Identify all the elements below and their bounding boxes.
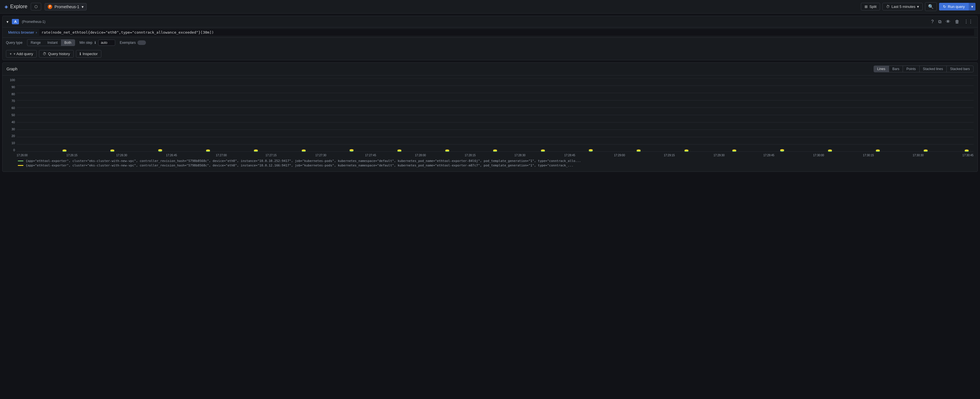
datasource-icon: P bbox=[48, 5, 52, 9]
view-stacked-bars-button[interactable]: Stacked bars bbox=[947, 66, 973, 72]
y-100: 100 bbox=[6, 78, 15, 81]
x-label-12: 17:29:00 bbox=[614, 154, 625, 157]
svg-point-43 bbox=[636, 150, 641, 151]
clock-icon: ⏱ bbox=[886, 5, 890, 9]
x-label-8: 17:28:00 bbox=[415, 154, 426, 157]
min-step-group: Min step ℹ bbox=[80, 40, 115, 46]
view-stacked-lines-button[interactable]: Stacked lines bbox=[920, 66, 947, 72]
y-30: 30 bbox=[6, 128, 15, 131]
refresh-icon: ↻ bbox=[943, 5, 946, 9]
graph-header: Graph Lines Bars Points Stacked lines St… bbox=[3, 63, 977, 75]
top-nav: ◈ Explore ⬡ P Prometheus-1 ▾ ⊞ Split ⏱ L… bbox=[0, 0, 980, 14]
x-label-6: 17:27:30 bbox=[315, 154, 326, 157]
x-label-19: 17:30:45 bbox=[963, 154, 974, 157]
svg-point-44 bbox=[684, 150, 689, 151]
x-label-14: 17:29:30 bbox=[714, 154, 725, 157]
query-header: ▾ A (Prometheus-1) ? ⧉ 👁 🗑 ⋮⋮ bbox=[3, 16, 977, 27]
legend-area: {app="ethtool-exporter", cluster="eks-cl… bbox=[3, 157, 977, 172]
metrics-row: Metrics browser › bbox=[3, 27, 977, 38]
x-label-2: 17:26:30 bbox=[116, 154, 127, 157]
view-lines-button[interactable]: Lines bbox=[874, 66, 889, 72]
share-icon: ⬡ bbox=[35, 5, 38, 9]
chart-inner: 17:26:00 17:26:15 17:26:30 17:26:45 17:2… bbox=[17, 78, 974, 157]
collapse-button[interactable]: ▾ bbox=[6, 19, 9, 25]
add-query-label: + Add query bbox=[14, 52, 33, 56]
run-query-dropdown-button[interactable]: ▾ bbox=[969, 3, 975, 10]
query-visibility-icon[interactable]: 👁 bbox=[945, 19, 951, 25]
metrics-browser-label: Metrics browser bbox=[8, 30, 34, 35]
x-label-0: 17:26:00 bbox=[17, 154, 28, 157]
svg-point-41 bbox=[541, 150, 545, 151]
query-header-left: ▾ A (Prometheus-1) bbox=[6, 19, 45, 25]
query-delete-icon[interactable]: 🗑 bbox=[954, 19, 961, 25]
instant-toggle[interactable]: Instant bbox=[44, 40, 61, 46]
graph-title: Graph bbox=[6, 67, 18, 71]
range-toggle[interactable]: Range bbox=[27, 40, 44, 46]
y-80: 80 bbox=[6, 93, 15, 96]
x-label-17: 17:30:15 bbox=[863, 154, 874, 157]
svg-point-37 bbox=[350, 149, 354, 151]
datasource-selector[interactable]: P Prometheus-1 ▾ bbox=[45, 3, 87, 10]
legend-item-1: {app="ethtool-exporter", cluster="eks-cl… bbox=[18, 164, 974, 167]
inspector-label: Inspector bbox=[83, 52, 98, 56]
action-row: + + Add query ⏱ Query history ℹ Inspecto… bbox=[3, 48, 977, 60]
split-label: Split bbox=[869, 5, 877, 9]
svg-point-47 bbox=[828, 150, 832, 151]
metrics-browser-chevron-icon: › bbox=[36, 30, 37, 35]
run-query-label: Run query bbox=[948, 5, 965, 9]
svg-point-32 bbox=[110, 150, 115, 151]
exemplars-toggle[interactable] bbox=[137, 40, 146, 45]
query-datasource-label: (Prometheus-1) bbox=[22, 20, 45, 24]
legend-text-0: {app="ethtool-exporter", cluster="eks-cl… bbox=[26, 159, 581, 163]
x-label-15: 17:29:45 bbox=[763, 154, 774, 157]
inspector-button[interactable]: ℹ Inspector bbox=[76, 50, 101, 57]
zoom-icon: 🔍 bbox=[928, 4, 934, 9]
query-history-label: Query history bbox=[48, 52, 70, 56]
add-icon: + bbox=[10, 52, 12, 56]
svg-point-33 bbox=[158, 149, 162, 151]
exemplars-group: Exemplars bbox=[120, 40, 146, 45]
view-bars-button[interactable]: Bars bbox=[889, 66, 903, 72]
time-label: Last 5 minutes bbox=[891, 5, 915, 9]
svg-point-38 bbox=[398, 150, 402, 151]
nav-title-text: Explore bbox=[10, 4, 27, 10]
query-help-icon[interactable]: ? bbox=[930, 19, 935, 25]
svg-point-42 bbox=[589, 149, 593, 151]
run-query-chevron-icon: ▾ bbox=[971, 5, 973, 9]
zoom-button[interactable]: 🔍 bbox=[925, 2, 937, 11]
svg-point-36 bbox=[302, 150, 306, 151]
nav-title: ◈ Explore bbox=[5, 4, 27, 10]
query-type-toggle-group: Range Instant Both bbox=[27, 39, 75, 46]
svg-point-46 bbox=[780, 149, 784, 151]
query-input[interactable] bbox=[39, 29, 974, 36]
run-query-button[interactable]: ↻ Run query bbox=[939, 3, 969, 10]
x-label-16: 17:30:00 bbox=[813, 154, 824, 157]
x-label-1: 17:26:15 bbox=[66, 154, 77, 157]
svg-point-48 bbox=[876, 150, 880, 151]
y-0: 0 bbox=[6, 148, 15, 152]
legend-text-1: {app="ethtool-exporter", cluster="eks-cl… bbox=[26, 164, 573, 167]
chart-container: 100 90 80 70 60 50 40 30 20 10 0 bbox=[3, 75, 977, 157]
share-button[interactable]: ⬡ bbox=[31, 3, 41, 10]
min-step-input[interactable] bbox=[98, 40, 115, 46]
y-90: 90 bbox=[6, 85, 15, 89]
add-query-button[interactable]: + + Add query bbox=[6, 50, 37, 57]
svg-point-31 bbox=[62, 150, 67, 151]
query-history-button[interactable]: ⏱ Query history bbox=[39, 50, 73, 57]
view-points-button[interactable]: Points bbox=[903, 66, 919, 72]
chart-svg bbox=[17, 78, 974, 152]
query-copy-icon[interactable]: ⧉ bbox=[937, 19, 942, 25]
graph-section: Graph Lines Bars Points Stacked lines St… bbox=[2, 62, 978, 172]
legend-color-1 bbox=[18, 165, 24, 166]
svg-point-34 bbox=[206, 150, 210, 151]
min-step-label: Min step bbox=[80, 41, 92, 45]
both-toggle[interactable]: Both bbox=[61, 40, 75, 46]
time-range-button[interactable]: ⏱ Last 5 minutes ▾ bbox=[882, 3, 923, 10]
y-60: 60 bbox=[6, 106, 15, 110]
metrics-browser-button[interactable]: Metrics browser › bbox=[6, 29, 39, 36]
min-step-info-icon[interactable]: ℹ bbox=[95, 41, 96, 45]
split-button[interactable]: ⊞ Split bbox=[861, 3, 880, 10]
split-icon: ⊞ bbox=[865, 5, 868, 9]
x-label-10: 17:28:30 bbox=[515, 154, 525, 157]
x-label-18: 17:30:30 bbox=[913, 154, 924, 157]
